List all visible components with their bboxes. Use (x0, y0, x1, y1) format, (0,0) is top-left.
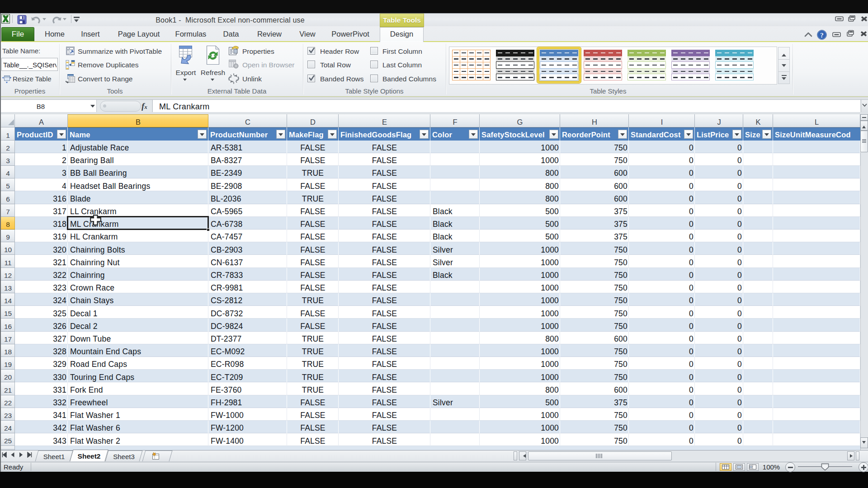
svg-text:?: ? (820, 32, 824, 39)
